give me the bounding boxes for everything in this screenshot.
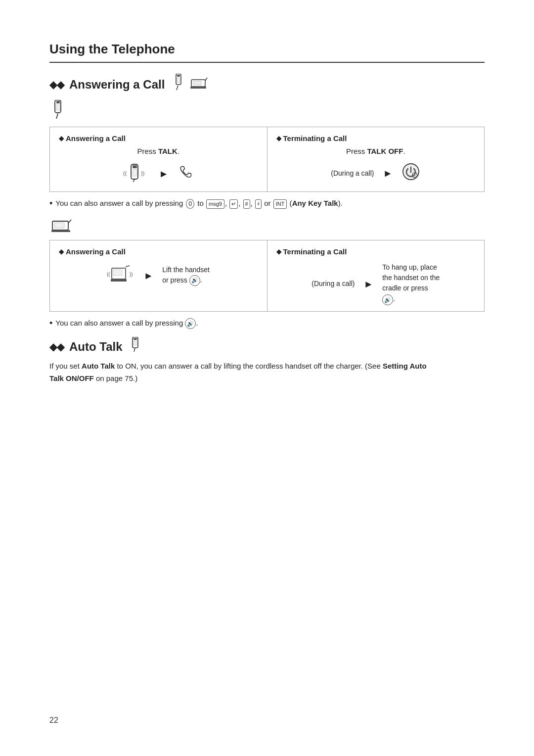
svg-rect-29 (111, 279, 127, 282)
cordless-terminating-label: Terminating a Call (276, 133, 347, 144)
sp-button-note-icon: 🔊 (185, 318, 196, 329)
bullet-dot-2: • (49, 317, 52, 330)
during-call-text: (During a call) (331, 168, 374, 179)
base-answering-label: Answering a Call (59, 246, 126, 258)
svg-line-3 (177, 86, 178, 90)
svg-rect-2 (177, 78, 180, 83)
base-terminating-label: Terminating a Call (276, 246, 347, 258)
cordless-note: • You can also answer a call by pressing… (49, 198, 485, 210)
svg-text:((: (( (107, 272, 110, 277)
cordless-answering-label: Answering a Call (59, 133, 126, 144)
arrow-icon-2: ► (383, 166, 393, 181)
page-title: Using the Telephone (49, 40, 485, 63)
base-note: • You can also answer a call by pressing… (49, 318, 485, 330)
svg-text:☆: ☆ (414, 174, 417, 177)
msg9-icon: msg9 (206, 199, 224, 209)
arrow-icon-inline: ↵ (229, 199, 238, 209)
sp-button-icon-2: 🔊 (382, 294, 393, 305)
arrow-icon-1: ► (159, 166, 169, 181)
base-subsection-boxes: Answering a Call (( )) ► (49, 240, 485, 312)
cordless-answering-box: Answering a Call Press TALK. (( )) (49, 127, 267, 192)
svg-text:((: (( (123, 170, 128, 176)
base-station-icon (190, 76, 208, 93)
sp-button-icon: 🔊 (189, 275, 200, 286)
hash-icon: # (243, 199, 250, 209)
svg-line-11 (56, 114, 58, 119)
cordless-phone-icon (173, 74, 183, 95)
svg-rect-7 (190, 87, 206, 89)
lift-handset-text: Lift the handset or press 🔊. (162, 265, 210, 286)
bullet-dot-1: • (49, 197, 52, 210)
svg-rect-15 (133, 169, 137, 176)
cradle-hangup-text: To hang up, place the handset on the cra… (382, 262, 440, 305)
svg-line-24 (68, 220, 71, 223)
base-terminating-box: Terminating a Call (During a call) ► To … (267, 240, 485, 312)
cordless-ringing-icon: (( )) (123, 162, 150, 186)
cordless-answering-visual: (( )) ► (59, 159, 258, 186)
cordless-terminating-box: Terminating a Call Press TALK OFF. (Duri… (267, 127, 485, 192)
answering-call-heading: ◆◆ Answering a Call (49, 74, 485, 95)
end-call-icon: ☆ (401, 162, 420, 185)
svg-line-6 (205, 78, 207, 81)
auto-talk-phone-icon (131, 337, 139, 356)
svg-rect-32 (134, 338, 137, 340)
auto-talk-heading: ◆◆ Auto Talk (49, 337, 485, 356)
svg-rect-28 (113, 270, 122, 276)
int-icon: INT (273, 199, 287, 209)
base-note-text: You can also answer a call by pressing 🔊… (55, 318, 198, 329)
arrow-icon-3: ► (143, 268, 153, 283)
svg-rect-9 (56, 101, 60, 103)
cordless-icon-row (51, 100, 485, 123)
page-number: 22 (49, 714, 58, 726)
svg-text:)): )) (139, 170, 144, 176)
star-icon: ♯ (255, 199, 262, 209)
cordless-note-text: You can also answer a call by pressing 0… (55, 198, 343, 209)
svg-text:)): )) (130, 272, 133, 277)
diamonds-icon-2: ◆◆ (49, 339, 64, 354)
zero-button-icon: 0 (186, 199, 194, 209)
arrow-icon-4: ► (363, 277, 373, 291)
during-call-text-2: (During a call) (312, 279, 355, 289)
cordless-terminating-instruction: Press TALK OFF. (276, 146, 476, 157)
base-terminating-visual: (During a call) ► To hang up, place the … (276, 259, 476, 305)
base-station-icon-row (51, 217, 485, 236)
svg-line-34 (134, 348, 135, 352)
svg-rect-10 (56, 104, 60, 110)
svg-rect-5 (193, 81, 201, 85)
svg-rect-23 (54, 223, 64, 228)
cordless-answering-instruction: Press TALK. (59, 146, 258, 157)
cordless-subsection-boxes: Answering a Call Press TALK. (( )) (49, 127, 485, 192)
svg-rect-14 (133, 165, 137, 168)
base-ringing-icon: (( )) (107, 262, 134, 289)
svg-rect-33 (134, 341, 137, 345)
base-answering-box: Answering a Call (( )) ► (49, 240, 267, 312)
svg-rect-1 (177, 75, 180, 77)
svg-rect-25 (51, 230, 70, 232)
answer-handset-icon (178, 164, 193, 184)
diamonds-icon: ◆◆ (49, 77, 64, 92)
auto-talk-description: If you set Auto Talk to ON, you can answ… (49, 360, 435, 385)
cordless-terminating-visual: (During a call) ► ☆ (276, 159, 476, 185)
base-answering-visual: (( )) ► Lift the handset or press 🔊. (59, 259, 258, 289)
